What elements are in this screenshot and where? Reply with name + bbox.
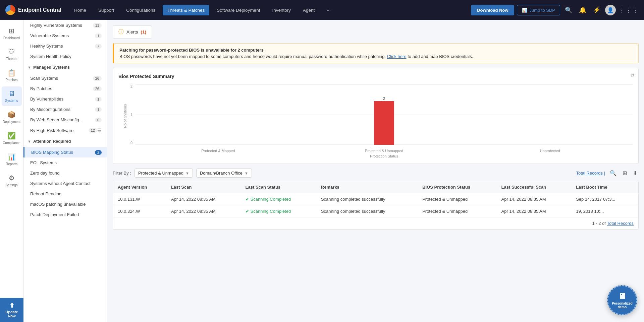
sidebar-item-macos-patching[interactable]: macOS patching unavailable xyxy=(23,199,107,209)
chart-area: 2 1 0 No of Systems xyxy=(118,84,633,158)
settings-icon: ⚙ xyxy=(9,174,15,182)
filter-2-chevron: ▼ xyxy=(245,171,248,175)
compliance-icon: ✅ xyxy=(7,132,16,140)
alert-banner-link[interactable]: Click here xyxy=(387,54,407,59)
y-label-1: 1 xyxy=(130,113,132,117)
table-footer: 1 - 2 of Total Records xyxy=(113,217,638,229)
bar-group-protected-mapped xyxy=(135,144,301,145)
main-layout: ⊞ Dashboard 🛡 Threats 📋 Patches 🖥 System… xyxy=(0,20,644,322)
sidebar-item-reboot-pending[interactable]: Reboot Pending xyxy=(23,189,107,199)
sidebar-item-highly-vulnerable[interactable]: Highly Vulnerable Systems 11 xyxy=(23,20,107,30)
chart-bars-container: 2 xyxy=(135,84,633,145)
bar-value-2: 2 xyxy=(383,96,385,101)
scan-systems-badge: 26 xyxy=(93,76,102,81)
sidebar-item-patches[interactable]: 📋 Patches xyxy=(2,65,22,85)
cell-scan-status-1: ✔ Scanning Completed xyxy=(241,193,316,205)
alert-banner: Patching for password-protected BIOS is … xyxy=(113,43,639,63)
threats-label: Threats xyxy=(6,57,17,61)
cell-last-scan-2: Apr 14, 2022 08:35 AM xyxy=(166,205,241,217)
by-vulnerabilities-badge: 1 xyxy=(95,97,102,102)
jump-to-sdp-button[interactable]: 📊 Jump to SDP xyxy=(517,5,560,15)
total-records-link[interactable]: Total Records | xyxy=(576,171,605,176)
nav-inventory[interactable]: Inventory xyxy=(267,5,296,15)
highly-vulnerable-badge: 11 xyxy=(93,23,102,28)
nav-software-deployment[interactable]: Software Deployment xyxy=(212,5,265,15)
table-row[interactable]: 10.0.324.W Apr 14, 2022 08:35 AM ✔ Scann… xyxy=(113,205,638,217)
filter-1-chevron: ▼ xyxy=(185,171,189,175)
filter-dropdown-1[interactable]: Protected & Unmapped ▼ xyxy=(135,169,193,178)
by-high-risk-badge: 12 xyxy=(89,128,97,133)
sidebar-item-by-web-server[interactable]: By Web Server Misconfig... 0 xyxy=(23,115,107,125)
search-table-icon[interactable]: 🔍 xyxy=(608,169,618,178)
nav-threats-patches[interactable]: Threats & Patches xyxy=(163,5,209,15)
managed-systems-header[interactable]: ▼ Managed Systems xyxy=(23,62,107,73)
main-content: ⓘ Alerts (1) Patching for password-prote… xyxy=(107,20,644,322)
sidebar-item-settings[interactable]: ⚙ Settings xyxy=(2,171,22,190)
sidebar-item-bios-mapping[interactable]: BIOS Mapping Status 2 xyxy=(23,147,107,157)
nav-home[interactable]: Home xyxy=(69,5,91,15)
sidebar-item-systems[interactable]: 🖥 Systems xyxy=(2,86,22,106)
bar-group-protected-unmapped: 2 xyxy=(301,96,467,145)
nav-more[interactable]: ··· xyxy=(322,5,335,15)
filter-dropdown-2[interactable]: Domain/Branch Office ▼ xyxy=(196,169,252,178)
cell-bios-protection-1: Protected & Unmapped xyxy=(418,193,496,205)
sidebar-item-health-policy[interactable]: System Health Policy xyxy=(23,51,107,62)
filter-1-value: Protected & Unmapped xyxy=(138,171,183,176)
sidebar-item-by-misconfigurations[interactable]: By Misconfigurations 1 xyxy=(23,104,107,115)
sidebar-item-by-high-risk[interactable]: By High Risk Software 12 ☰ xyxy=(23,125,107,136)
dashboard-label: Dashboard xyxy=(3,36,20,40)
personalized-demo-bubble[interactable]: 🖥 Personalizeddemo xyxy=(607,285,637,315)
sidebar-item-reports[interactable]: 📊 Reports xyxy=(2,149,22,169)
filter-by-label: Filter By : xyxy=(113,171,131,176)
sidebar-item-zero-day[interactable]: Zero day found xyxy=(23,168,107,178)
table-range: 1 - 2 of xyxy=(592,221,605,226)
sidebar-item-eol-systems[interactable]: EOL Systems xyxy=(23,157,107,168)
download-now-button[interactable]: Download Now xyxy=(471,5,514,15)
bar-protected-unmapped[interactable] xyxy=(374,101,394,145)
copy-icon[interactable]: ⧉ xyxy=(631,72,634,78)
table-row[interactable]: 10.0.131.W Apr 14, 2022 08:35 AM ✔ Scann… xyxy=(113,193,638,205)
sidebar-item-healthy[interactable]: Healthy Systems 7 xyxy=(23,41,107,51)
cell-last-boot-2: 19, 2018 10:... xyxy=(571,205,638,217)
col-bios-protection-status: BIOS Protection Status xyxy=(418,181,496,193)
brand-logo[interactable]: Endpoint Central xyxy=(5,5,61,15)
cell-last-scan-1: Apr 14, 2022 08:35 AM xyxy=(166,193,241,205)
search-icon[interactable]: 🔍 xyxy=(563,5,574,15)
lightning-icon[interactable]: ⚡ xyxy=(591,5,602,15)
avatar[interactable]: 👤 xyxy=(605,5,616,15)
sidebar-item-scan-systems[interactable]: Scan Systems 26 xyxy=(23,73,107,83)
deployment-icon: 📦 xyxy=(7,111,16,119)
brand-name: Endpoint Central xyxy=(18,7,61,13)
sidebar-item-patch-deployment-failed[interactable]: Patch Deployment Failed xyxy=(23,209,107,220)
demo-bubble-label: Personalizeddemo xyxy=(612,302,633,309)
alerts-tab[interactable]: ⓘ Alerts (1) xyxy=(113,25,152,39)
bar-group-unprotected xyxy=(467,144,633,145)
download-table-icon[interactable]: ⬇ xyxy=(632,169,639,178)
alert-circle-icon: ⓘ xyxy=(118,28,124,36)
columns-icon[interactable]: ⊞ xyxy=(621,169,628,178)
sidebar-item-no-agent-contact[interactable]: Systems without Agent Contact xyxy=(23,178,107,189)
sidebar-item-by-patches[interactable]: By Patches 26 xyxy=(23,83,107,94)
sidebar-item-vulnerable[interactable]: Vulnerable Systems 1 xyxy=(23,30,107,41)
sidebar-item-by-vulnerabilities[interactable]: By Vulnerabilities 1 xyxy=(23,94,107,104)
sidebar-item-dashboard[interactable]: ⊞ Dashboard xyxy=(2,23,22,43)
notifications-icon[interactable]: 🔔 xyxy=(577,5,588,15)
chart-section: ⧉ Bios Protected Summary 2 1 0 No of Sys… xyxy=(113,68,639,164)
cell-remarks-1: Scanning completed successfully xyxy=(316,193,418,205)
x-label-2: Protected & Unmapped xyxy=(301,149,467,153)
grid-icon[interactable]: ⋮⋮⋮ xyxy=(619,6,639,14)
sidebar-item-deployment[interactable]: 📦 Deployment xyxy=(2,107,22,127)
cell-agent-version-2: 10.0.324.W xyxy=(113,205,166,217)
healthy-badge: 7 xyxy=(95,44,102,49)
alert-banner-title: Patching for password-protected BIOS is … xyxy=(119,48,633,53)
nav-configurations[interactable]: Configurations xyxy=(121,5,160,15)
total-records-footer-link[interactable]: Total Records xyxy=(607,221,634,226)
sidebar-item-threats[interactable]: 🛡 Threats xyxy=(2,45,22,64)
sidebar-item-compliance[interactable]: ✅ Compliance xyxy=(2,128,22,148)
nav-support[interactable]: Support xyxy=(94,5,119,15)
attention-required-header[interactable]: ▼ Attention Required xyxy=(23,136,107,147)
update-now-section[interactable]: ⬆ Update Now xyxy=(0,298,23,322)
vulnerable-badge: 1 xyxy=(95,34,102,38)
cell-agent-version-1: 10.0.131.W xyxy=(113,193,166,205)
nav-agent[interactable]: Agent xyxy=(298,5,319,15)
